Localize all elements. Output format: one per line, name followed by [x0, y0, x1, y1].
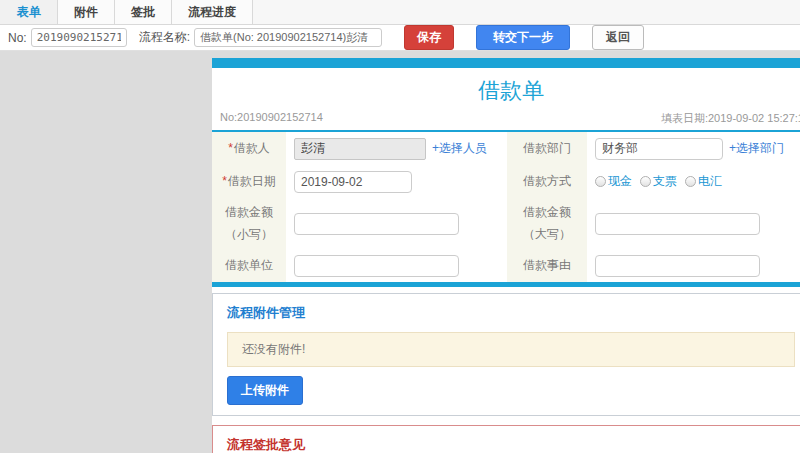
radio-icon[interactable] [685, 176, 696, 187]
approval-section-heading: 流程签批意见 [227, 436, 795, 453]
loan-reason-label: 借款事由 [507, 249, 587, 282]
no-label: No: [8, 31, 27, 45]
approval-section: 流程签批意见 B I abc A ∞ ∞ ⚑ ≡ ≡ ⇤ ⇥ [212, 425, 800, 453]
loan-form-grid: *借款人 +选择人员 借款部门 +选择部门 *借款日期 借款方式 [212, 132, 800, 282]
form-title: 借款单 [212, 68, 800, 110]
upload-attachment-button[interactable]: 上传附件 [227, 376, 303, 405]
amount-lower-label: 借款金额（小写） [212, 198, 286, 249]
radio-icon[interactable] [640, 176, 651, 187]
loan-reason-input[interactable] [595, 255, 760, 277]
panel-accent-bar [212, 58, 800, 68]
select-person-link[interactable]: +选择人员 [432, 140, 487, 157]
loan-unit-input[interactable] [294, 255, 459, 277]
loan-unit-label: 借款单位 [212, 249, 286, 282]
attachment-section: 流程附件管理 还没有附件! 上传附件 [212, 293, 800, 416]
radio-wire-transfer[interactable]: 电汇 [685, 173, 722, 190]
workspace-background: 借款单 No:20190902152714 填表日期:2019-09-02 15… [0, 51, 800, 453]
loan-date-input[interactable] [294, 171, 412, 193]
no-attachment-message: 还没有附件! [227, 332, 795, 367]
forward-next-step-button[interactable]: 转交下一步 [476, 25, 570, 50]
form-date-text: 填表日期:2019-09-02 15:27:1 [661, 111, 800, 126]
department-label: 借款部门 [507, 132, 587, 165]
save-button[interactable]: 保存 [404, 25, 454, 50]
process-name-input[interactable] [194, 28, 382, 47]
select-department-link[interactable]: +选择部门 [729, 140, 784, 157]
form-no-text: No:20190902152714 [220, 111, 323, 126]
action-toolbar: No: 流程名称: 保存 转交下一步 返回 [0, 25, 800, 51]
loan-form-panel: 借款单 No:20190902152714 填表日期:2019-09-02 15… [212, 58, 800, 453]
borrower-label: *借款人 [212, 132, 286, 165]
payment-method-radio-group: 现金 支票 电汇 [595, 173, 722, 190]
payment-method-label: 借款方式 [507, 165, 587, 198]
back-button[interactable]: 返回 [592, 25, 644, 50]
required-mark: * [228, 141, 233, 155]
radio-cash[interactable]: 现金 [595, 173, 632, 190]
radio-icon[interactable] [595, 176, 606, 187]
tab-form[interactable]: 表单 [0, 0, 58, 24]
attachment-section-heading: 流程附件管理 [227, 304, 795, 322]
process-name-label: 流程名称: [139, 29, 190, 46]
no-input[interactable] [31, 28, 127, 47]
tab-attachment[interactable]: 附件 [58, 0, 115, 24]
amount-upper-label: 借款金额（大写） [507, 198, 587, 249]
amount-upper-input[interactable] [595, 213, 760, 235]
amount-lower-input[interactable] [294, 213, 459, 235]
loan-date-label: *借款日期 [212, 165, 286, 198]
form-meta-row: No:20190902152714 填表日期:2019-09-02 15:27:… [212, 110, 800, 132]
tab-strip: 表单 附件 签批 流程进度 [0, 0, 800, 25]
required-mark: * [222, 174, 227, 188]
tab-approval[interactable]: 签批 [115, 0, 172, 24]
radio-check[interactable]: 支票 [640, 173, 677, 190]
form-bottom-bar [212, 282, 800, 287]
borrower-input[interactable] [294, 138, 426, 160]
department-input[interactable] [595, 138, 723, 160]
tab-process-progress[interactable]: 流程进度 [172, 0, 253, 24]
